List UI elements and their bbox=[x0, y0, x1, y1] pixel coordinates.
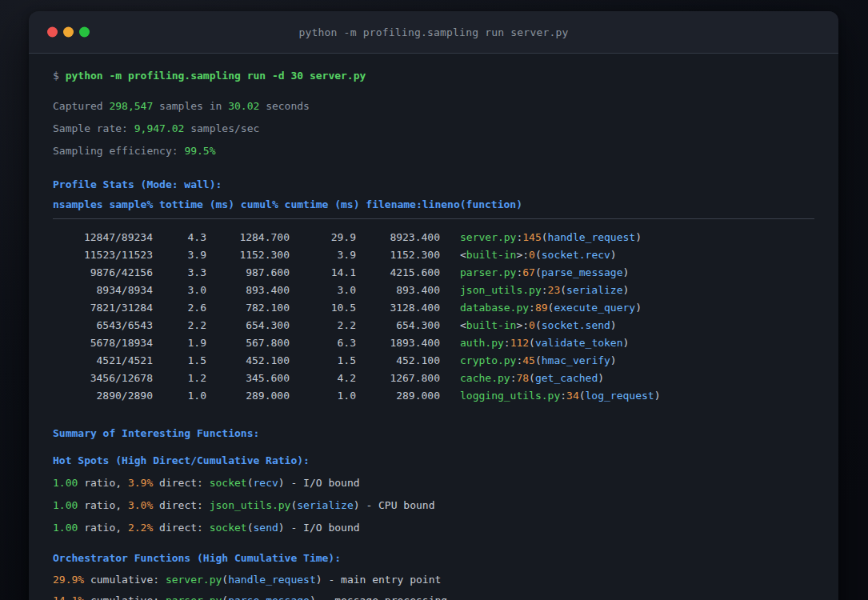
function-location: crypto.py:45(hmac_verify) bbox=[460, 352, 617, 370]
dim-token: samples/sec bbox=[184, 122, 259, 134]
terminal-body: $ python -m profiling.sampling run -d 30… bbox=[29, 54, 838, 600]
stats-cell: 4215.600 bbox=[356, 264, 440, 282]
text-token: ( bbox=[247, 522, 254, 534]
pct-token: 29.9% bbox=[53, 574, 84, 586]
pct-token: 14.1% bbox=[53, 594, 84, 600]
stats-cell: 4521/4521 bbox=[53, 352, 153, 370]
dim-token: samples in bbox=[153, 100, 228, 112]
func-token: hmac_verify bbox=[542, 354, 610, 366]
stats-cell: 12847/89234 bbox=[53, 229, 153, 246]
text-token: ratio, bbox=[78, 499, 128, 511]
function-location: database.py:89(execute_query) bbox=[460, 299, 642, 317]
text-token: >: bbox=[516, 319, 529, 331]
capture-stats: Captured 298,547 samples in 30.02 second… bbox=[53, 95, 814, 162]
num-token: 30.02 bbox=[228, 100, 259, 112]
file-token: crypto.py bbox=[460, 354, 516, 366]
maximize-button[interactable] bbox=[79, 27, 90, 38]
text-token: ( bbox=[247, 477, 254, 489]
stats-cell: 1.0 bbox=[153, 387, 206, 405]
stats-cell: 452.100 bbox=[356, 352, 440, 370]
file-token: logging_utils.py bbox=[460, 390, 560, 402]
stats-table-row: 3456/126781.2345.6004.21267.800cache.py:… bbox=[53, 370, 814, 387]
file-token: json_utils.py bbox=[210, 499, 291, 511]
file-token: built-in bbox=[466, 319, 517, 331]
hot-spot-entry: 1.00 ratio, 3.9% direct: socket(recv) - … bbox=[53, 472, 814, 494]
lineno-token: 89 bbox=[535, 302, 548, 314]
file-token: json_utils.py bbox=[460, 284, 542, 296]
stats-cell: 1.9 bbox=[153, 334, 206, 352]
text-token: ) bbox=[635, 302, 642, 314]
stats-table-row: 5678/189341.9567.8006.31893.400auth.py:1… bbox=[53, 334, 814, 352]
file-token: parser.py bbox=[460, 266, 516, 278]
stats-cell: 1.5 bbox=[153, 352, 206, 370]
lineno-token: 23 bbox=[548, 284, 561, 296]
function-location: server.py:145(handle_request) bbox=[460, 229, 642, 246]
window-titlebar: python -m profiling.sampling run server.… bbox=[29, 11, 838, 54]
func-token: serialize bbox=[566, 284, 622, 296]
orchestrators-heading: Orchestrator Functions (High Cumulative … bbox=[53, 547, 814, 570]
stats-cell: 8923.400 bbox=[356, 229, 440, 246]
lineno-token: 34 bbox=[566, 390, 579, 402]
pct-token: 3.0% bbox=[128, 499, 153, 511]
func-token: handle_request bbox=[548, 231, 636, 243]
text-token: ratio, bbox=[78, 477, 128, 489]
stats-cell: 3456/12678 bbox=[53, 370, 153, 387]
lineno-token: 145 bbox=[522, 231, 541, 243]
text-token: ) bbox=[610, 249, 617, 261]
text-token: ( bbox=[222, 574, 228, 586]
file-token: database.py bbox=[460, 302, 529, 314]
lineno-token: 78 bbox=[516, 372, 529, 384]
text-token: < bbox=[460, 249, 466, 261]
func-token: execute_query bbox=[554, 302, 635, 314]
prompt-symbol: $ bbox=[53, 70, 66, 82]
func-token: get_cached bbox=[535, 372, 598, 384]
minimize-button[interactable] bbox=[63, 27, 74, 38]
func-token: recv bbox=[254, 477, 278, 489]
text-token: ) bbox=[623, 337, 630, 349]
func-token: serialize bbox=[297, 499, 353, 511]
capture-stat-line: Captured 298,547 samples in 30.02 second… bbox=[53, 95, 814, 118]
num-token: 298,547 bbox=[109, 100, 153, 112]
stats-cell: 1267.800 bbox=[356, 370, 440, 387]
text-token: ) bbox=[354, 499, 360, 511]
stats-columns-header: nsamples sample% tottime (ms) cumul% cum… bbox=[53, 196, 814, 214]
text-token: ( bbox=[579, 390, 586, 402]
text-token: : bbox=[560, 390, 566, 402]
stats-cell: 2.6 bbox=[153, 299, 206, 317]
text-token: ) bbox=[623, 284, 630, 296]
dim-token: seconds bbox=[259, 100, 310, 112]
lineno-token: 112 bbox=[510, 337, 529, 349]
stats-cell: 4.2 bbox=[290, 370, 356, 387]
stats-cell: 6.3 bbox=[290, 334, 356, 352]
text-token: - I/O bound bbox=[285, 477, 360, 489]
text-token: ) bbox=[635, 231, 642, 243]
capture-stat-line: Sampling efficiency: 99.5% bbox=[53, 140, 814, 162]
stats-table: 12847/892344.31284.70029.98923.400server… bbox=[53, 229, 814, 405]
table-divider bbox=[53, 218, 814, 219]
stats-cell: 1893.400 bbox=[356, 334, 440, 352]
stats-cell: 1.5 bbox=[290, 352, 356, 370]
text-token: ratio, bbox=[78, 522, 128, 534]
stats-cell: 1152.300 bbox=[206, 246, 290, 264]
function-location: <built-in>:0(socket.send) bbox=[460, 317, 617, 334]
stats-cell: 14.1 bbox=[290, 264, 356, 282]
stats-cell: 8934/8934 bbox=[53, 282, 153, 299]
profile-stats-heading: Profile Stats (Mode: wall): bbox=[53, 174, 814, 196]
stats-cell: 5678/18934 bbox=[53, 334, 153, 352]
text-token: ( bbox=[535, 319, 542, 331]
stats-cell: 782.100 bbox=[206, 299, 290, 317]
orchestrator-entry: 14.1% cumulative: parser.py(parse_messag… bbox=[53, 590, 814, 600]
dim-token: Sampling efficiency: bbox=[53, 145, 184, 157]
stats-table-row: 8934/89343.0893.4003.0893.400json_utils.… bbox=[53, 282, 814, 299]
stats-cell: 7821/31284 bbox=[53, 299, 153, 317]
function-location: <built-in>:0(socket.recv) bbox=[460, 246, 617, 264]
lineno-token: 45 bbox=[522, 354, 535, 366]
stats-cell: 452.100 bbox=[206, 352, 290, 370]
file-token: parser.py bbox=[166, 594, 222, 600]
close-button[interactable] bbox=[47, 27, 58, 38]
pct-token: 3.9% bbox=[128, 477, 153, 489]
text-token: ( bbox=[560, 284, 566, 296]
lineno-token: 67 bbox=[522, 266, 535, 278]
stats-table-row: 12847/892344.31284.70029.98923.400server… bbox=[53, 229, 814, 246]
function-location: logging_utils.py:34(log_request) bbox=[460, 387, 660, 405]
